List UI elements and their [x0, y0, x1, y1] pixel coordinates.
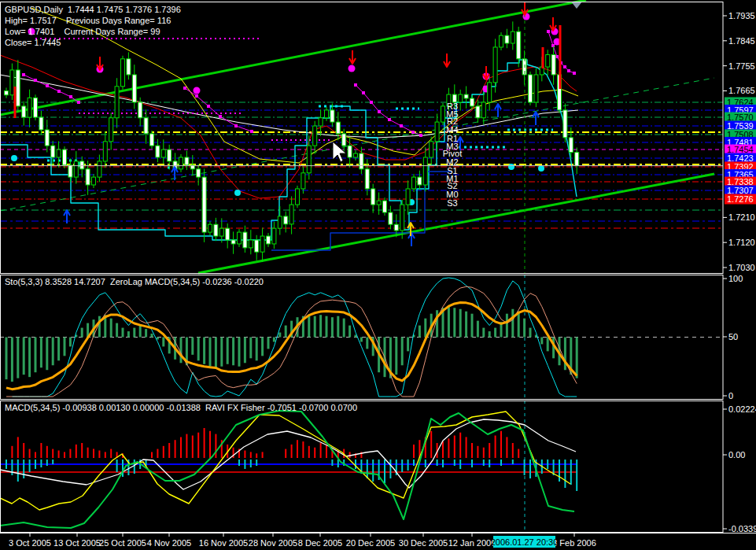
sar-square [378, 110, 381, 113]
sar-square [250, 130, 253, 133]
time-axis-label: 13 Oct 2005 [53, 538, 101, 548]
sto-histogram-bar [98, 316, 101, 338]
sar-square [547, 30, 550, 33]
sto-histogram-bar [203, 338, 205, 364]
sto-histogram-bar [6, 338, 8, 380]
candle-body [115, 87, 119, 118]
candle-body [459, 94, 463, 102]
sto-histogram-bar [220, 338, 223, 367]
candle-body [10, 70, 14, 95]
candle-body [185, 157, 189, 165]
macd-scale-label: 0.00 [728, 450, 745, 460]
candle-body [156, 146, 160, 157]
sto-histogram-bar [116, 323, 118, 338]
zerolag-macd-line [6, 303, 577, 389]
sto-histogram-bar [215, 338, 217, 368]
candle-body [231, 240, 235, 244]
signal-dot-magenta [348, 65, 356, 72]
sto-histogram-bar [564, 338, 566, 371]
candle-body [243, 232, 247, 248]
candle-body [435, 122, 439, 142]
sto-histogram-bar [319, 315, 322, 337]
candle-body [441, 106, 445, 122]
candle-body [28, 98, 31, 117]
candle-body [296, 189, 300, 205]
candle-body [360, 153, 363, 169]
sto-histogram-bar [35, 338, 37, 373]
candle-body [529, 75, 533, 102]
candle-body [272, 228, 276, 244]
signal-dot-cyan [508, 164, 514, 170]
chart-header-line3: Low= 1.7401 Current Days Range= 99 [5, 26, 160, 37]
candle-body [389, 212, 393, 224]
sto-scale-label: 50 [728, 332, 738, 341]
sto-histogram-bar [244, 338, 246, 364]
candle-body [430, 142, 433, 157]
sto-histogram-bar [407, 338, 409, 352]
signal-dot-cyan [11, 155, 17, 161]
candle-body [5, 90, 9, 94]
sto-histogram-bar [267, 338, 270, 349]
macd-scale-label: 0.02224 [728, 404, 756, 414]
time-axis-label: 12 Jan 2006 [448, 538, 496, 548]
sto-histogram-bar [419, 326, 421, 338]
sto-histogram-bar [46, 338, 48, 371]
sto-histogram-bar [448, 307, 450, 338]
candle-body [307, 146, 311, 173]
sto-histogram-bar [494, 328, 496, 338]
sto-histogram-bar [576, 338, 578, 378]
sto-histogram-bar [523, 319, 526, 338]
price-scale-label: 1.7755 [728, 61, 755, 71]
gray-triangle-marker [571, 2, 582, 9]
candle-body [214, 224, 218, 236]
candle-body [476, 106, 480, 118]
sto-histogram-bar [232, 338, 234, 366]
candle-body [238, 232, 242, 244]
sar-square [411, 131, 415, 134]
sto-histogram-bar [506, 314, 508, 338]
candle-body [138, 102, 142, 118]
time-axis-label: 25 Oct 2005 [99, 538, 146, 548]
sar-square [183, 87, 186, 90]
chart-canvas[interactable]: R3M5R2M4R1M3PivotM2S1M1S2M0S31.79351.784… [0, 0, 756, 550]
sto-histogram-bar [64, 338, 66, 356]
candle-body [267, 236, 271, 244]
candle-body [488, 83, 492, 102]
signal-dot-magenta [194, 87, 201, 94]
time-axis-label: 3 Oct 2005 [9, 538, 51, 548]
sto-histogram-bar [529, 328, 532, 338]
sto-histogram-bar [424, 319, 426, 338]
candle-body [202, 177, 206, 232]
macd-pane-label: MACD(5,34,5) -0.00938 0.00130 0.00000 -0… [5, 403, 357, 412]
candle-body [418, 177, 422, 185]
candle-body [208, 224, 212, 232]
sto-histogram-bar [285, 326, 287, 338]
time-axis-label: 28 Nov 2005 [249, 538, 297, 548]
candle-body [383, 201, 387, 212]
candle-body [365, 169, 369, 189]
sar-square [354, 83, 357, 87]
sto-histogram-bar [308, 315, 310, 337]
candle-body [109, 118, 113, 142]
sar-square [551, 44, 555, 47]
candle-body [168, 149, 171, 161]
ravi-green-line [0, 411, 574, 528]
sto-histogram-bar [11, 338, 13, 382]
sto-histogram-bar [547, 338, 549, 352]
sar-square [573, 72, 576, 75]
candle-body [284, 216, 288, 224]
candle-body [34, 98, 38, 117]
candle-body [500, 35, 503, 47]
signal-dot-cyan [234, 190, 241, 196]
candle-body [161, 149, 165, 157]
sto-histogram-bar [28, 338, 31, 378]
candle-body [92, 177, 96, 185]
candle-body [330, 110, 334, 122]
candle-body [74, 161, 78, 177]
candle-body [423, 157, 427, 185]
sar-square [22, 73, 25, 76]
candle-body [144, 118, 148, 134]
candle-body [103, 142, 107, 161]
candle-body [464, 94, 468, 98]
sto-histogram-bar [162, 338, 164, 347]
